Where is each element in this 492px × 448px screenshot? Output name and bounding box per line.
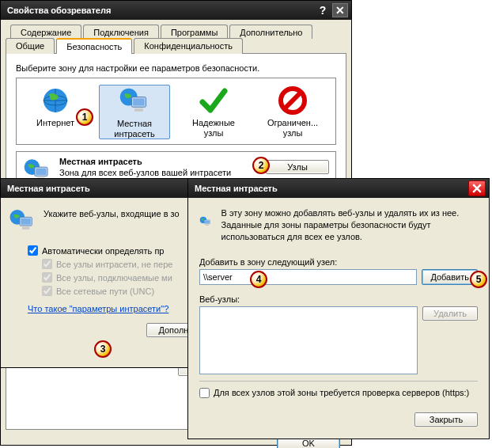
- titlebar: Местная интрасеть: [188, 179, 489, 198]
- site-input[interactable]: [199, 269, 417, 285]
- svg-rect-4: [133, 98, 145, 105]
- dialog-title: Местная интрасеть: [7, 184, 90, 193]
- svg-rect-18: [205, 221, 210, 224]
- svg-rect-5: [134, 108, 143, 112]
- tab-security[interactable]: Безопасность: [56, 38, 132, 54]
- detail-title: Местная интрасеть: [59, 157, 258, 166]
- add-label: Добавить в зону следующий узел:: [199, 257, 478, 267]
- zone-restricted[interactable]: Ограничен... узлы: [257, 85, 328, 139]
- svg-rect-19: [206, 225, 209, 226]
- intranet-heading: Укажите веб-узлы, входящие в зо: [44, 207, 180, 234]
- zone-list: Интернет Местная интрасеть Надежные узлы…: [16, 78, 336, 145]
- close-dialog-button[interactable]: Закрыть: [414, 412, 478, 427]
- add-sites-desc: В эту зону можно добавлять веб-узлы и уд…: [221, 207, 478, 243]
- close-icon: [472, 184, 482, 193]
- tab-privacy[interactable]: Конфиденциальность: [134, 38, 243, 54]
- list-label: Веб-узлы:: [199, 294, 478, 304]
- svg-rect-14: [21, 218, 30, 225]
- dialog-body: В эту зону можно добавлять веб-узлы и уд…: [188, 198, 489, 436]
- svg-rect-15: [22, 227, 29, 230]
- svg-rect-10: [36, 169, 46, 175]
- close-button[interactable]: ✕: [332, 3, 348, 17]
- add-button[interactable]: Добавить: [422, 269, 478, 285]
- titlebar: Свойства обозревателя ? ✕: [1, 1, 351, 20]
- prohibited-icon: [277, 85, 308, 116]
- globe-icon: [40, 85, 71, 116]
- close-button[interactable]: [468, 180, 486, 196]
- zone-label: Интернет: [36, 118, 74, 128]
- zone-label: Местная интрасеть: [114, 119, 155, 139]
- zone-label: Надежные узлы: [192, 118, 235, 138]
- tab-advanced[interactable]: Дополнительно: [229, 25, 312, 39]
- sites-button[interactable]: Узлы: [266, 160, 329, 174]
- zone-intranet[interactable]: Местная интрасеть: [99, 85, 170, 139]
- intranet-icon: [119, 85, 150, 117]
- zone-internet[interactable]: Интернет: [20, 85, 91, 139]
- tab-general[interactable]: Общие: [6, 38, 55, 54]
- whatis-link[interactable]: Что такое "параметры интрасети"?: [28, 304, 168, 313]
- dialog-title: Местная интрасеть: [195, 184, 278, 193]
- sites-listbox[interactable]: [199, 306, 418, 374]
- tab-connections[interactable]: Подключения: [83, 25, 159, 39]
- intranet-icon: [199, 207, 212, 236]
- svg-line-7: [285, 93, 301, 108]
- zone-pick-label: Выберите зону для настройки ее параметро…: [16, 63, 336, 73]
- dialog-title: Свойства обозревателя: [7, 6, 111, 15]
- tab-programs[interactable]: Программы: [161, 25, 228, 39]
- help-button[interactable]: ?: [315, 3, 331, 17]
- delete-button: Удалить: [422, 306, 478, 321]
- zone-label: Ограничен... узлы: [267, 118, 318, 138]
- zone-trusted[interactable]: Надежные узлы: [178, 85, 249, 139]
- tab-content[interactable]: Содержание: [10, 25, 81, 39]
- checkmark-icon: [198, 85, 229, 116]
- detail-desc: Зона для всех веб-узлов вашей интрасети: [59, 168, 258, 177]
- intranet-icon: [9, 207, 36, 234]
- add-sites-dialog: Местная интрасеть В эту зону можно добав…: [187, 178, 490, 439]
- https-checkbox[interactable]: Для всех узлов этой зоны требуется прове…: [199, 388, 478, 398]
